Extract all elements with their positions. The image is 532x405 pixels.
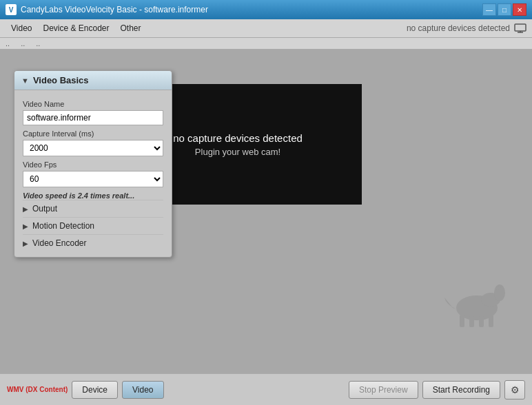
output-collapsible[interactable]: ▶ Output — [23, 200, 163, 217]
panel-header: ▼ Video Basics — [14, 71, 172, 90]
main-content: no capture devices detected Plugin your … — [0, 50, 532, 373]
output-label: Output — [32, 204, 57, 214]
horse-watermark — [436, 270, 518, 332]
svg-rect-9 — [489, 315, 493, 327]
panel-collapse-arrow[interactable]: ▼ — [21, 76, 29, 85]
minimize-button[interactable]: — — [482, 3, 496, 16]
video-name-label: Video Name — [23, 100, 163, 108]
window-controls: — □ ✕ — [482, 3, 526, 16]
menu-bar: Video Device & Encoder Other no capture … — [0, 19, 532, 38]
svg-rect-7 — [469, 316, 474, 327]
monitor-icon — [514, 23, 526, 33]
video-fps-select[interactable]: 60 10 15 24 30 — [23, 171, 163, 187]
gear-icon: ⚙ — [511, 384, 520, 395]
svg-rect-0 — [515, 24, 526, 31]
capture-interval-select[interactable]: 2000 500 1000 5000 — [23, 140, 163, 156]
output-arrow: ▶ — [23, 205, 28, 213]
sub-item-0: .. — [6, 39, 10, 48]
status-text: no capture devices detected — [407, 23, 510, 33]
stop-preview-button[interactable]: Stop Preview — [349, 381, 418, 399]
sub-item-1: .. — [21, 39, 25, 48]
sub-menu-bar: .. .. .. — [0, 38, 532, 50]
app-window: Video Device & Encoder Other no capture … — [0, 19, 532, 405]
device-button[interactable]: Device — [72, 381, 118, 399]
panel-body: Video Name Capture Interval (ms) 2000 50… — [14, 90, 172, 257]
capture-interval-label: Capture Interval (ms) — [23, 129, 163, 138]
video-button[interactable]: Video — [122, 381, 163, 399]
svg-rect-6 — [460, 315, 464, 327]
bottom-bar: WMV (DX Content) Device Video Stop Previ… — [0, 373, 532, 405]
encoder-arrow: ▶ — [23, 240, 28, 247]
encoder-label: Video Encoder — [32, 238, 87, 248]
window-title: CandyLabs VideoVelocity Basic - software… — [21, 5, 482, 14]
maximize-button[interactable]: □ — [498, 3, 511, 16]
motion-label: Motion Detection — [32, 221, 94, 231]
capture-status: no capture devices detected — [407, 23, 526, 33]
sub-item-2: .. — [36, 39, 40, 48]
app-icon: V — [6, 4, 17, 15]
menu-device-encoder[interactable]: Device & Encoder — [37, 22, 114, 34]
speed-text: Video speed is 2.4 times realt... — [23, 191, 163, 200]
video-fps-label: Video Fps — [23, 160, 163, 169]
motion-arrow: ▶ — [23, 222, 28, 230]
close-button[interactable]: ✕ — [513, 3, 526, 16]
svg-rect-8 — [479, 316, 484, 327]
preview-line1: no capture devices detected — [173, 132, 303, 144]
motion-detection-collapsible[interactable]: ▶ Motion Detection — [23, 217, 163, 234]
menu-other[interactable]: Other — [115, 22, 147, 34]
title-bar: V CandyLabs VideoVelocity Basic - softwa… — [0, 0, 532, 19]
menu-video[interactable]: Video — [6, 22, 37, 34]
video-encoder-collapsible[interactable]: ▶ Video Encoder — [23, 234, 163, 251]
preview-line2: Plugin your web cam! — [195, 147, 280, 157]
format-text: WMV (DX Content) — [7, 386, 68, 393]
settings-panel: ▼ Video Basics Video Name Capture Interv… — [14, 70, 172, 258]
settings-gear-button[interactable]: ⚙ — [504, 380, 525, 399]
video-name-input[interactable] — [23, 110, 163, 125]
panel-title: Video Basics — [33, 75, 89, 85]
start-recording-button[interactable]: Start Recording — [422, 381, 500, 399]
